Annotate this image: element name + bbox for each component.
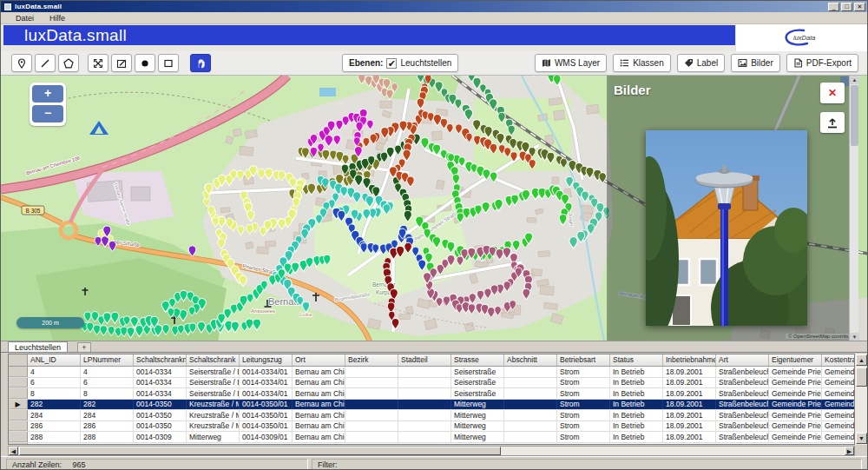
table-cell[interactable]: Seiserstraße <box>451 367 504 377</box>
table-cell[interactable]: Straßenbeleucht... <box>716 400 769 410</box>
table-cell[interactable]: Gemeinde Pri... <box>822 410 855 420</box>
map-scale-button[interactable]: 200 m <box>16 317 84 328</box>
rectangle-tool-button[interactable] <box>158 54 179 72</box>
menu-hilfe[interactable]: Hilfe <box>43 13 71 23</box>
table-row[interactable]: 2882880014-0309Mitterweg0014-0309/01Bern… <box>9 432 854 443</box>
column-header[interactable]: Status <box>610 354 663 366</box>
table-cell[interactable]: Seiserstraße <box>451 388 504 399</box>
table-cell[interactable]: In Betrieb <box>610 432 663 442</box>
table-cell[interactable]: 0014-0334 <box>134 367 187 377</box>
column-header[interactable]: Schaltschranknummer <box>134 354 187 366</box>
table-cell[interactable]: 0014-0350 <box>134 410 187 420</box>
column-header[interactable]: Betriebsart <box>557 354 610 366</box>
table-cell[interactable]: Gemeinde Prien <box>769 432 822 442</box>
map-canvas[interactable]: B 305 Bernau am Chiemsee 106Priener Stra… <box>1 75 868 341</box>
table-cell[interactable]: Gemeinde Prien <box>769 378 822 388</box>
table-cell[interactable]: Bernau am Chiem... <box>293 400 345 410</box>
panel-scrollbar[interactable]: ▲ ▼ <box>849 76 858 341</box>
table-cell[interactable]: Straßenbeleucht... <box>716 367 769 377</box>
bilder-button[interactable]: Bilder <box>731 54 780 72</box>
column-header[interactable]: ANL_ID <box>28 354 81 366</box>
table-cell[interactable]: In Betrieb <box>610 378 663 388</box>
row-selector-cell[interactable] <box>9 421 28 432</box>
maximize-button[interactable]: □ <box>841 3 852 11</box>
table-cell[interactable]: 0014-0334 <box>134 378 187 388</box>
hscroll-thumb[interactable] <box>19 447 501 455</box>
row-selector-cell[interactable] <box>9 432 28 442</box>
table-cell[interactable]: Kreuzstraße / Mit... <box>187 400 240 410</box>
close-button[interactable]: ✕ <box>854 3 865 11</box>
edit-tool-button[interactable] <box>111 54 132 72</box>
title-bar[interactable]: luxData.small _ □ ✕ <box>1 1 867 12</box>
table-cell[interactable]: In Betrieb <box>610 367 663 377</box>
table-cell[interactable] <box>398 400 451 410</box>
table-cell[interactable]: Straßenbeleucht... <box>716 388 769 399</box>
table-cell[interactable] <box>398 388 451 399</box>
table-cell[interactable] <box>345 410 398 420</box>
menu-datei[interactable]: Datei <box>10 13 40 23</box>
table-cell[interactable]: 18.09.2001 <box>663 410 716 420</box>
table-cell[interactable]: 0014-0350/01 <box>240 410 293 420</box>
table-cell[interactable] <box>504 367 557 377</box>
column-header[interactable]: Stadtteil <box>398 354 451 366</box>
table-cell[interactable]: 0014-0350/01 <box>240 400 293 410</box>
table-cell[interactable]: 0014-0350 <box>134 400 187 410</box>
row-selector-cell[interactable] <box>9 388 28 399</box>
table-cell[interactable]: Seiserstraße / Bu... <box>187 367 240 377</box>
klassen-button[interactable]: Klassen <box>613 54 671 72</box>
table-cell[interactable]: 0014-0334/01 <box>240 388 293 399</box>
table-cell[interactable]: 286 <box>28 421 81 432</box>
table-cell[interactable]: Gemeinde Prien <box>769 400 822 410</box>
table-cell[interactable]: Gemeinde Pri... <box>822 378 855 388</box>
table-cell[interactable]: 18.09.2001 <box>663 421 716 432</box>
table-cell[interactable]: Gemeinde Prien <box>769 421 822 432</box>
column-header[interactable]: Abschnitt <box>504 354 557 366</box>
table-vertical-scrollbar[interactable]: ▲ ▼ <box>854 354 867 445</box>
column-header[interactable]: Inbetriebnahme <box>663 354 716 366</box>
table-cell[interactable] <box>345 400 398 410</box>
table-cell[interactable]: Strom <box>557 400 610 410</box>
table-cell[interactable]: Straßenbeleucht... <box>716 410 769 420</box>
table-row[interactable]: 660014-0334Seiserstraße / Bu...0014-0334… <box>9 378 854 389</box>
table-cell[interactable]: Mitterweg <box>187 432 240 442</box>
table-cell[interactable]: In Betrieb <box>610 421 663 432</box>
table-cell[interactable]: Seiserstraße <box>451 378 504 388</box>
table-cell[interactable]: Gemeinde Pri... <box>822 400 855 410</box>
table-cell[interactable] <box>504 421 557 432</box>
move-tool-button[interactable] <box>88 54 108 72</box>
table-cell[interactable]: 0014-0350 <box>134 421 187 432</box>
table-cell[interactable]: Bernau am Chiem... <box>293 410 345 420</box>
table-cell[interactable] <box>345 388 398 399</box>
table-cell[interactable]: Strom <box>557 388 610 399</box>
table-cell[interactable]: Gemeinde Pri... <box>822 367 855 377</box>
table-cell[interactable]: Mitterweg <box>451 421 504 432</box>
table-cell[interactable]: Strom <box>557 421 610 432</box>
table-cell[interactable]: Strom <box>557 432 610 442</box>
table-cell[interactable]: 288 <box>28 432 81 442</box>
marker-tool-button[interactable] <box>11 54 32 72</box>
table-cell[interactable]: Gemeinde Pri... <box>822 421 855 432</box>
table-cell[interactable]: 286 <box>81 421 134 432</box>
table-cell[interactable] <box>345 367 398 377</box>
wms-layer-button[interactable]: WMS Layer <box>535 54 607 72</box>
column-header[interactable]: Ort <box>293 354 345 366</box>
table-cell[interactable]: 284 <box>28 410 81 420</box>
table-cell[interactable]: Mitterweg <box>451 410 504 420</box>
table-cell[interactable]: Straßenbeleucht... <box>716 421 769 432</box>
table-cell[interactable]: Bernau am Chiem... <box>293 421 345 432</box>
table-cell[interactable]: Bernau am Chiem... <box>293 378 345 388</box>
table-cell[interactable]: 18.09.2001 <box>663 400 716 410</box>
table-row[interactable]: 880014-0334Seiserstraße / Bu...0014-0334… <box>9 388 854 400</box>
column-header[interactable]: Eigentuemer <box>769 354 822 366</box>
panel-scroll-down-icon[interactable]: ▼ <box>850 333 859 341</box>
pan-tool-button[interactable] <box>190 54 211 72</box>
row-selector-cell[interactable]: ▶ <box>9 400 28 410</box>
column-header[interactable]: Art <box>716 354 769 366</box>
table-cell[interactable] <box>504 400 557 410</box>
row-selector-cell[interactable] <box>9 410 28 420</box>
table-cell[interactable] <box>398 432 451 442</box>
table-cell[interactable]: 282 <box>81 400 134 410</box>
point-tool-button[interactable] <box>135 54 155 72</box>
table-cell[interactable]: 284 <box>81 410 134 420</box>
column-header[interactable]: Leitungszug <box>240 354 293 366</box>
